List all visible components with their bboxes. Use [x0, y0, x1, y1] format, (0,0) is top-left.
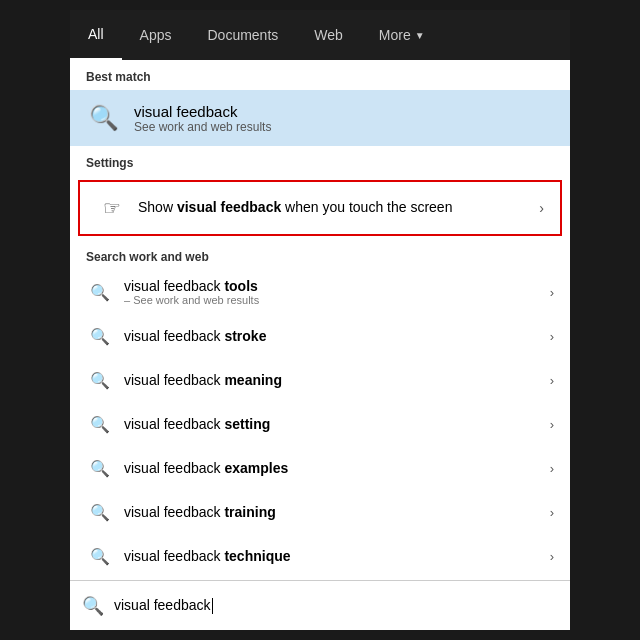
- search-icon: 🔍: [86, 454, 114, 482]
- nav-tabs: All Apps Documents Web More ▼: [70, 10, 570, 60]
- web-item-technique[interactable]: 🔍 visual feedback technique ›: [70, 534, 570, 578]
- best-match-subtitle: See work and web results: [134, 120, 271, 134]
- tab-documents[interactable]: Documents: [189, 10, 296, 60]
- search-icon: 🔍: [86, 278, 114, 306]
- touch-icon: ☞: [96, 192, 128, 224]
- tab-more[interactable]: More ▼: [361, 10, 443, 60]
- search-input-value: visual feedback: [114, 597, 211, 613]
- tab-apps-label: Apps: [140, 27, 172, 43]
- search-icon: 🔍: [89, 104, 119, 132]
- settings-item-text: Show visual feedback when you touch the …: [138, 198, 531, 218]
- settings-section-label: Settings: [70, 146, 570, 176]
- best-match-icon: 🔍: [86, 100, 122, 136]
- chevron-down-icon: ▼: [415, 30, 425, 41]
- tab-apps[interactable]: Apps: [122, 10, 190, 60]
- tab-web-label: Web: [314, 27, 343, 43]
- web-item-technique-text: visual feedback technique: [124, 548, 550, 564]
- web-item-training-text: visual feedback training: [124, 504, 550, 520]
- best-match-section-label: Best match: [70, 60, 570, 90]
- search-icon: 🔍: [86, 322, 114, 350]
- content-area: Best match 🔍 visual feedback See work an…: [70, 60, 570, 580]
- search-icon: 🔍: [86, 366, 114, 394]
- best-match-text: visual feedback See work and web results: [134, 103, 271, 134]
- chevron-right-icon: ›: [550, 505, 554, 520]
- search-input[interactable]: visual feedback: [114, 597, 558, 614]
- search-icon: 🔍: [86, 498, 114, 526]
- chevron-right-icon: ›: [550, 285, 554, 300]
- chevron-right-icon: ›: [550, 373, 554, 388]
- search-icon: 🔍: [86, 542, 114, 570]
- chevron-right-icon: ›: [539, 200, 544, 216]
- web-item-training[interactable]: 🔍 visual feedback training ›: [70, 490, 570, 534]
- search-bar: 🔍 visual feedback: [70, 580, 570, 630]
- tab-all[interactable]: All: [70, 10, 122, 60]
- best-match-title: visual feedback: [134, 103, 271, 120]
- search-web-section-label: Search work and web: [70, 240, 570, 270]
- web-item-stroke[interactable]: 🔍 visual feedback stroke ›: [70, 314, 570, 358]
- web-item-setting[interactable]: 🔍 visual feedback setting ›: [70, 402, 570, 446]
- settings-item[interactable]: ☞ Show visual feedback when you touch th…: [78, 180, 562, 236]
- chevron-right-icon: ›: [550, 461, 554, 476]
- web-item-stroke-text: visual feedback stroke: [124, 328, 550, 344]
- search-icon: 🔍: [86, 410, 114, 438]
- chevron-right-icon: ›: [550, 549, 554, 564]
- web-item-tools-text: visual feedback tools – See work and web…: [124, 278, 550, 306]
- chevron-right-icon: ›: [550, 417, 554, 432]
- tab-all-label: All: [88, 26, 104, 42]
- web-item-examples[interactable]: 🔍 visual feedback examples ›: [70, 446, 570, 490]
- search-bar-icon: 🔍: [82, 595, 104, 617]
- web-item-setting-text: visual feedback setting: [124, 416, 550, 432]
- web-item-tools[interactable]: 🔍 visual feedback tools – See work and w…: [70, 270, 570, 314]
- tab-more-label: More: [379, 27, 411, 43]
- web-item-meaning[interactable]: 🔍 visual feedback meaning ›: [70, 358, 570, 402]
- web-item-examples-text: visual feedback examples: [124, 460, 550, 476]
- tab-web[interactable]: Web: [296, 10, 361, 60]
- tab-documents-label: Documents: [207, 27, 278, 43]
- search-panel: All Apps Documents Web More ▼ Best match…: [70, 10, 570, 630]
- web-item-meaning-text: visual feedback meaning: [124, 372, 550, 388]
- best-match-item[interactable]: 🔍 visual feedback See work and web resul…: [70, 90, 570, 146]
- chevron-right-icon: ›: [550, 329, 554, 344]
